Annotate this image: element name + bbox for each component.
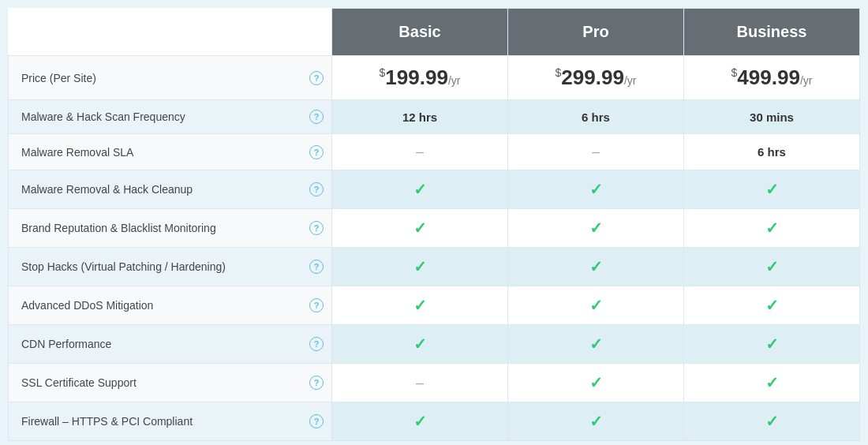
info-icon[interactable]: ?	[309, 71, 324, 85]
price-dollar: $	[731, 66, 738, 79]
feature-label-cell: Stop Hacks (Virtual Patching / Hardening…	[9, 248, 332, 286]
info-icon[interactable]: ?	[309, 182, 324, 196]
checkmark-icon: ✓	[765, 335, 779, 353]
feature-label: Brand Reputation & Blacklist Monitoring	[21, 222, 303, 234]
info-icon[interactable]: ?	[309, 260, 324, 274]
feature-value-basic: –	[332, 134, 508, 170]
feature-value-business: $499.99/yr	[684, 56, 860, 100]
info-icon[interactable]: ?	[309, 298, 324, 312]
feature-label: Advanced DDoS Mitigation	[21, 299, 303, 312]
feature-label-cell: Advanced DDoS Mitigation ?	[9, 286, 332, 325]
checkmark-icon: ✓	[589, 258, 603, 275]
value-text: 30 mins	[750, 110, 794, 124]
feature-value-basic: ✓	[332, 248, 508, 286]
info-icon[interactable]: ?	[309, 414, 324, 428]
table-row: Brand Reputation & Blacklist Monitoring …	[9, 209, 860, 248]
checkmark-icon: ✓	[413, 335, 427, 353]
checkmark-icon: ✓	[765, 219, 779, 237]
feature-value-business: ✓	[684, 286, 860, 325]
feature-label-cell: Price (Per Site) ?	[9, 56, 332, 100]
checkmark-icon: ✓	[589, 413, 603, 430]
info-icon[interactable]: ?	[309, 337, 324, 351]
price-amount: $299.99	[556, 65, 624, 89]
feature-value-basic: $199.99/yr	[332, 56, 508, 100]
value-text: 6 hrs	[758, 145, 786, 159]
feature-value-pro: $299.99/yr	[508, 56, 684, 100]
feature-value-business: 30 mins	[684, 100, 860, 134]
feature-label: CDN Performance	[21, 338, 303, 350]
table-row: Price (Per Site) ? $199.99/yr$299.99/yr$…	[9, 56, 860, 100]
info-icon[interactable]: ?	[309, 145, 324, 159]
checkmark-icon: ✓	[765, 258, 779, 275]
feature-label-cell: Malware Removal SLA ?	[9, 134, 332, 170]
plan-header-basic: Basic	[332, 9, 508, 56]
price-dollar: $	[556, 66, 562, 79]
checkmark-icon: ✓	[589, 181, 603, 198]
feature-label-cell: SSL Certificate Support ?	[9, 364, 332, 402]
price-dollar: $	[380, 66, 386, 79]
feature-value-business: ✓	[684, 364, 860, 402]
price-period: /yr	[624, 74, 637, 87]
feature-value-basic: 12 hrs	[332, 100, 508, 134]
feature-value-pro: ✓	[508, 325, 684, 364]
plan-header-pro: Pro	[508, 9, 684, 56]
feature-value-pro: –	[508, 134, 684, 170]
table-row: CDN Performance ? ✓✓✓	[9, 325, 860, 364]
header-empty-cell	[9, 9, 332, 56]
table-row: Firewall – HTTPS & PCI Compliant ? ✓✓✓	[9, 402, 860, 441]
feature-value-business: ✓	[684, 248, 860, 286]
feature-label-cell: Firewall – HTTPS & PCI Compliant ?	[9, 402, 332, 441]
feature-label: Malware & Hack Scan Frequency	[21, 110, 303, 123]
price-period: /yr	[800, 74, 813, 87]
feature-value-basic: ✓	[332, 170, 508, 209]
feature-value-business: ✓	[684, 209, 860, 248]
pricing-table: Basic Pro Business Price (Per Site) ? $1…	[8, 8, 860, 441]
info-icon[interactable]: ?	[309, 376, 324, 390]
feature-value-business: ✓	[684, 402, 860, 441]
table-row: Malware Removal SLA ? ––6 hrs	[9, 134, 860, 170]
header-row: Basic Pro Business	[9, 9, 860, 56]
checkmark-icon: ✓	[589, 335, 603, 353]
feature-value-pro: ✓	[508, 286, 684, 325]
feature-value-pro: ✓	[508, 364, 684, 402]
feature-label: SSL Certificate Support	[21, 376, 303, 389]
feature-label-cell: Brand Reputation & Blacklist Monitoring …	[9, 209, 332, 248]
checkmark-icon: ✓	[589, 219, 603, 237]
feature-label: Stop Hacks (Virtual Patching / Hardening…	[21, 260, 303, 273]
table-row: Stop Hacks (Virtual Patching / Hardening…	[9, 248, 860, 286]
value-text: 6 hrs	[582, 110, 610, 124]
feature-value-pro: ✓	[508, 170, 684, 209]
feature-label: Firewall – HTTPS & PCI Compliant	[21, 415, 303, 428]
feature-label: Malware Removal & Hack Cleanup	[21, 183, 303, 196]
checkmark-icon: ✓	[413, 297, 427, 314]
feature-value-basic: ✓	[332, 325, 508, 364]
feature-value-pro: 6 hrs	[508, 100, 684, 134]
feature-value-business: ✓	[684, 170, 860, 209]
checkmark-icon: ✓	[765, 413, 779, 430]
feature-value-basic: –	[332, 364, 508, 402]
feature-label-cell: Malware & Hack Scan Frequency ?	[9, 100, 332, 134]
price-amount: $499.99	[731, 65, 800, 89]
feature-value-basic: ✓	[332, 209, 508, 248]
checkmark-icon: ✓	[413, 413, 427, 430]
value-text: 12 hrs	[402, 110, 437, 124]
feature-label: Price (Per Site)	[21, 72, 303, 84]
price-period: /yr	[448, 74, 461, 87]
feature-value-pro: ✓	[508, 402, 684, 441]
table-row: Malware Removal & Hack Cleanup ? ✓✓✓	[9, 170, 860, 209]
checkmark-icon: ✓	[765, 297, 779, 314]
feature-value-business: 6 hrs	[684, 134, 860, 170]
table-row: SSL Certificate Support ? –✓✓	[9, 364, 860, 402]
checkmark-icon: ✓	[413, 258, 427, 275]
info-icon[interactable]: ?	[309, 221, 324, 235]
checkmark-icon: ✓	[413, 181, 427, 198]
dash-icon: –	[416, 375, 424, 391]
info-icon[interactable]: ?	[309, 110, 324, 124]
feature-value-basic: ✓	[332, 402, 508, 441]
plan-header-business: Business	[684, 9, 860, 56]
feature-value-pro: ✓	[508, 209, 684, 248]
table-row: Advanced DDoS Mitigation ? ✓✓✓	[9, 286, 860, 325]
checkmark-icon: ✓	[589, 297, 603, 314]
checkmark-icon: ✓	[589, 374, 603, 391]
feature-value-business: ✓	[684, 325, 860, 364]
